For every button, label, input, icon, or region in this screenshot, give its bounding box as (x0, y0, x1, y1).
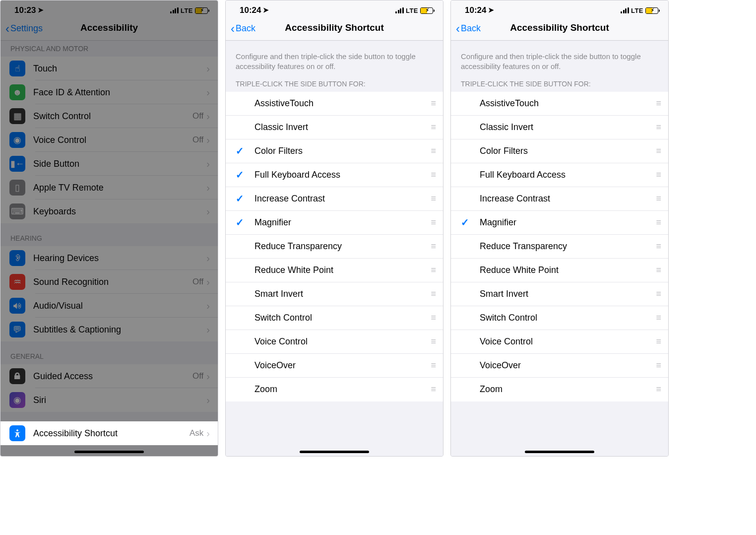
drag-handle-icon[interactable]: ≡ (431, 360, 435, 371)
shortcut-row[interactable]: Switch Control≡ (451, 306, 668, 330)
shortcut-row[interactable]: AssistiveTouch≡ (226, 92, 443, 116)
shortcut-row[interactable]: Switch Control≡ (226, 306, 443, 330)
shortcut-row[interactable]: ✓Color Filters≡ (226, 139, 443, 163)
drag-handle-icon[interactable]: ≡ (431, 336, 435, 347)
row-apple-tv-remote[interactable]: ▯ Apple TV Remote › (0, 176, 218, 200)
svg-point-0 (16, 429, 18, 431)
chevron-right-icon: › (206, 63, 210, 74)
shortcut-row[interactable]: AssistiveTouch≡ (451, 92, 668, 116)
drag-handle-icon[interactable]: ≡ (656, 313, 660, 323)
shortcut-row-label: Voice Control (254, 336, 431, 347)
shortcut-row[interactable]: Reduce White Point≡ (226, 259, 443, 282)
row-label: Siri (33, 395, 206, 405)
shortcut-row[interactable]: Color Filters≡ (451, 139, 668, 163)
back-button[interactable]: ‹ Settings (5, 23, 43, 34)
chevron-right-icon: › (206, 206, 210, 217)
drag-handle-icon[interactable]: ≡ (656, 170, 660, 180)
row-voice-control[interactable]: ◉ Voice Control Off › (0, 128, 218, 152)
section-header-hearing: HEARING (0, 223, 218, 246)
shortcut-row[interactable]: Zoom≡ (451, 378, 668, 401)
drag-handle-icon[interactable]: ≡ (431, 289, 435, 299)
drag-handle-icon[interactable]: ≡ (656, 122, 660, 133)
row-touch[interactable]: ☝︎ Touch › (0, 57, 218, 80)
shortcut-row[interactable]: ✓Full Keyboard Access≡ (226, 163, 443, 187)
chevron-right-icon: › (206, 428, 210, 439)
shortcut-row[interactable]: ✓Magnifier≡ (451, 211, 668, 235)
cellular-signal-icon (170, 7, 179, 13)
drag-handle-icon[interactable]: ≡ (431, 122, 435, 133)
shortcut-row[interactable]: Classic Invert≡ (451, 116, 668, 139)
drag-handle-icon[interactable]: ≡ (656, 98, 660, 109)
drag-handle-icon[interactable]: ≡ (656, 265, 660, 275)
shortcut-row[interactable]: Increase Contrast≡ (451, 187, 668, 211)
list-hearing: 👂︎ Hearing Devices › ♒︎ Sound Recognitio… (0, 246, 218, 341)
shortcut-row[interactable]: Reduce Transparency≡ (451, 235, 668, 259)
drag-handle-icon[interactable]: ≡ (431, 146, 435, 156)
chevron-right-icon: › (206, 300, 210, 312)
drag-handle-icon[interactable]: ≡ (656, 194, 660, 204)
drag-handle-icon[interactable]: ≡ (431, 170, 435, 180)
row-label: Touch (33, 64, 206, 74)
row-keyboards[interactable]: ⌨︎ Keyboards › (0, 200, 218, 223)
row-label: Audio/Visual (33, 301, 206, 311)
row-side-button[interactable]: ▮← Side Button › (0, 152, 218, 176)
row-siri[interactable]: ◉ Siri › (0, 388, 218, 412)
drag-handle-icon[interactable]: ≡ (656, 217, 660, 228)
row-guided-access[interactable]: 🔒︎ Guided Access Off › (0, 364, 218, 388)
row-label: Accessibility Shortcut (33, 428, 189, 439)
shortcut-row[interactable]: Voice Control≡ (226, 330, 443, 354)
back-button[interactable]: ‹ Back (231, 23, 255, 34)
drag-handle-icon[interactable]: ≡ (431, 194, 435, 204)
sound-recognition-icon: ♒︎ (9, 274, 25, 290)
shortcut-row-label: Color Filters (254, 146, 431, 156)
drag-handle-icon[interactable]: ≡ (431, 313, 435, 323)
back-button[interactable]: ‹ Back (456, 23, 481, 34)
row-label: Face ID & Attention (33, 87, 206, 98)
shortcut-row-label: Color Filters (480, 146, 656, 156)
row-value: Off (192, 371, 203, 381)
shortcut-row[interactable]: Full Keyboard Access≡ (451, 163, 668, 187)
row-sound-recognition[interactable]: ♒︎ Sound Recognition Off › (0, 270, 218, 294)
drag-handle-icon[interactable]: ≡ (656, 289, 660, 299)
shortcut-row[interactable]: ✓Increase Contrast≡ (226, 187, 443, 211)
shortcut-row[interactable]: Classic Invert≡ (226, 116, 443, 139)
drag-handle-icon[interactable]: ≡ (431, 98, 435, 109)
drag-handle-icon[interactable]: ≡ (656, 384, 660, 395)
row-subtitles[interactable]: 💬︎ Subtitles & Captioning › (0, 318, 218, 341)
shortcut-row[interactable]: Reduce Transparency≡ (226, 235, 443, 259)
drag-handle-icon[interactable]: ≡ (431, 384, 435, 395)
drag-handle-icon[interactable]: ≡ (431, 241, 435, 252)
home-indicator[interactable] (74, 451, 144, 453)
drag-handle-icon[interactable]: ≡ (656, 360, 660, 371)
row-value: Off (192, 277, 203, 287)
home-indicator[interactable] (300, 451, 369, 453)
row-hearing-devices[interactable]: 👂︎ Hearing Devices › (0, 246, 218, 270)
row-switch-control[interactable]: ▦ Switch Control Off › (0, 104, 218, 128)
shortcut-row[interactable]: Smart Invert≡ (226, 282, 443, 306)
shortcut-row[interactable]: Zoom≡ (226, 378, 443, 401)
row-faceid[interactable]: ☻ Face ID & Attention › (0, 80, 218, 104)
shortcut-row[interactable]: VoiceOver≡ (226, 354, 443, 378)
drag-handle-icon[interactable]: ≡ (656, 336, 660, 347)
section-header-tripleclick: TRIPLE-CLICK THE SIDE BUTTON FOR: (226, 76, 443, 92)
shortcut-row[interactable]: Smart Invert≡ (451, 282, 668, 306)
shortcut-row[interactable]: ✓Magnifier≡ (226, 211, 443, 235)
shortcut-list: AssistiveTouch≡Classic Invert≡Color Filt… (451, 92, 668, 401)
drag-handle-icon[interactable]: ≡ (656, 146, 660, 156)
shortcut-row[interactable]: VoiceOver≡ (451, 354, 668, 378)
row-accessibility-shortcut[interactable]: Accessibility Shortcut Ask › (0, 421, 218, 445)
back-label: Settings (10, 23, 43, 34)
drag-handle-icon[interactable]: ≡ (656, 241, 660, 252)
checkmark-icon: ✓ (236, 145, 244, 157)
list-physical: ☝︎ Touch › ☻ Face ID & Attention › ▦ Swi… (0, 57, 218, 223)
chevron-right-icon: › (206, 276, 210, 288)
shortcut-row[interactable]: Voice Control≡ (451, 330, 668, 354)
row-audio-visual[interactable]: 🔊︎ Audio/Visual › (0, 294, 218, 318)
shortcut-row-label: Smart Invert (254, 289, 431, 299)
back-label: Back (236, 23, 255, 34)
drag-handle-icon[interactable]: ≡ (431, 217, 435, 228)
drag-handle-icon[interactable]: ≡ (431, 265, 435, 275)
shortcut-row[interactable]: Reduce White Point≡ (451, 259, 668, 282)
home-indicator[interactable] (525, 451, 594, 453)
status-bar: 10:24 ➤ LTE ⚡︎ (451, 0, 668, 16)
